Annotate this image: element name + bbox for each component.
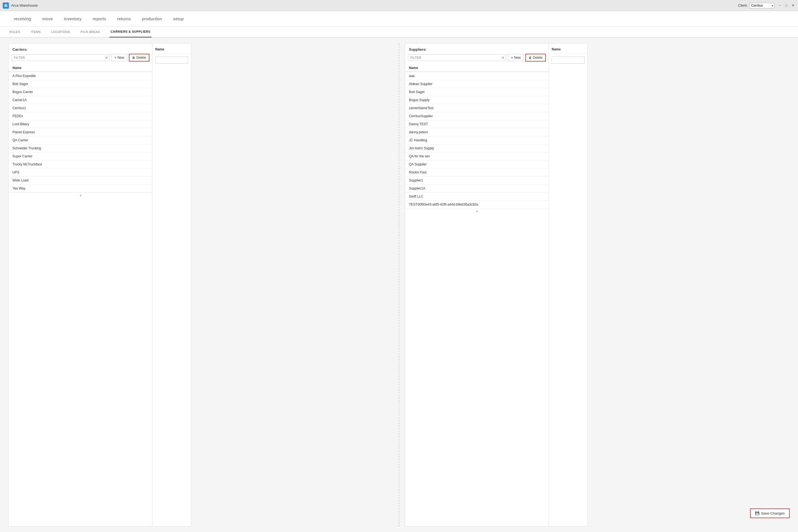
- suppliers-delete-label: Delete: [533, 56, 543, 60]
- suppliers-name-input[interactable]: [552, 57, 585, 64]
- sub-nav-carriers-suppliers[interactable]: CARRIERS & SUPPLIERS: [110, 26, 152, 37]
- carriers-new-button[interactable]: + New: [111, 54, 127, 61]
- carriers-delete-label: Delete: [136, 56, 146, 60]
- suppliers-filter-input[interactable]: [408, 54, 506, 61]
- minimize-button[interactable]: −: [778, 3, 782, 8]
- table-row[interactable]: FEDEx: [8, 112, 152, 120]
- table-row[interactable]: Rockin Fast: [405, 169, 549, 176]
- save-label: Save Changes: [761, 511, 785, 515]
- table-row[interactable]: QA for the win: [405, 152, 549, 160]
- suppliers-filter-wrapper: ✕: [408, 54, 506, 61]
- suppliers-delete-button[interactable]: 🗑 Delete: [525, 54, 546, 61]
- table-row[interactable]: Yes Way: [8, 185, 152, 193]
- carriers-name-panel-header: Name: [152, 43, 191, 54]
- table-row[interactable]: Cerritus1: [8, 104, 152, 112]
- carriers-section: Carriers: ✕ + New 🗑 Delete: [8, 43, 393, 527]
- sub-nav-pick-areas[interactable]: PICK AREAS: [79, 26, 101, 37]
- table-row[interactable]: Danny TEST: [405, 120, 549, 128]
- nav-item-production[interactable]: production: [136, 11, 168, 26]
- nav-item-returns[interactable]: returns: [112, 11, 136, 26]
- suppliers-scroll-down[interactable]: ▾: [405, 208, 549, 214]
- table-row[interactable]: Super Carrier: [8, 152, 152, 160]
- app-title: Arca Warehouse: [11, 3, 38, 7]
- suppliers-name-col-header: Name: [405, 64, 549, 72]
- suppliers-toolbar: ✕ + New 🗑 Delete: [405, 54, 549, 64]
- table-row[interactable]: JC Handling: [405, 136, 549, 144]
- table-row[interactable]: Supplier1: [405, 176, 549, 185]
- carriers-name-input[interactable]: [155, 57, 188, 64]
- client-label: Client:: [738, 4, 747, 7]
- suppliers-table: Name aaaAldean SupplierBob SagetBogus Su…: [405, 64, 549, 208]
- suppliers-name-panel: Name: [549, 43, 588, 527]
- table-row[interactable]: Swift LLC: [405, 193, 549, 201]
- carriers-filter-clear[interactable]: ✕: [105, 56, 108, 60]
- table-row[interactable]: CerritusSupplier: [405, 112, 549, 120]
- suppliers-list-scroll[interactable]: Name aaaAldean SupplierBob SagetBogus Su…: [405, 64, 549, 208]
- client-section: Client: Cerritus Other: [738, 3, 774, 8]
- save-bar: 💾 Save Changes: [750, 509, 790, 518]
- table-row[interactable]: Planet Express: [8, 128, 152, 136]
- client-select-wrapper[interactable]: Cerritus Other: [749, 3, 774, 8]
- sub-nav-items[interactable]: ITEMS: [30, 26, 42, 37]
- nav-item-inventory[interactable]: inventory: [58, 11, 87, 26]
- table-row[interactable]: Aldean Supplier: [405, 80, 549, 88]
- table-row[interactable]: QA Supplier: [405, 160, 549, 169]
- table-row[interactable]: Trucky McTruckface: [8, 160, 152, 169]
- carriers-scroll-down[interactable]: ▾: [8, 193, 152, 198]
- carriers-name-panel: Name: [152, 43, 191, 527]
- table-row[interactable]: Carrier1A: [8, 96, 152, 104]
- save-changes-button[interactable]: 💾 Save Changes: [750, 509, 790, 518]
- nav-item-receiving[interactable]: receiving: [8, 11, 37, 26]
- maximize-button[interactable]: □: [784, 3, 788, 8]
- suppliers-new-button[interactable]: + New: [508, 54, 524, 61]
- table-row[interactable]: Schneider Trucking: [8, 144, 152, 152]
- carriers-delete-button[interactable]: 🗑 Delete: [129, 54, 149, 61]
- table-row[interactable]: A Plus Expedite: [8, 72, 152, 80]
- table-row[interactable]: Bogus Carrier: [8, 88, 152, 96]
- close-button[interactable]: ✕: [791, 3, 795, 8]
- sub-nav: RULES ITEMS LOCATIONS PICK AREAS CARRIER…: [0, 26, 798, 38]
- sub-nav-rules[interactable]: RULES: [8, 26, 21, 37]
- carriers-header: Carriers:: [8, 43, 152, 54]
- table-row[interactable]: Wide Load: [8, 176, 152, 185]
- table-row[interactable]: danny.peters: [405, 128, 549, 136]
- title-bar-left: Arca Warehouse: [3, 2, 38, 8]
- suppliers-section: Suppliers: ✕ + New 🗑 Delete: [405, 43, 790, 527]
- sub-nav-locations[interactable]: LOCATIONS: [50, 26, 71, 37]
- table-row[interactable]: TEST00f93e43-abf5-42f6-a44d-b9eb36a3c92a: [405, 201, 549, 209]
- panel-divider: [399, 43, 399, 527]
- nav-item-setup[interactable]: setup: [168, 11, 189, 26]
- suppliers-filter-clear[interactable]: ✕: [501, 56, 505, 60]
- svg-rect-2: [4, 6, 7, 7]
- table-row[interactable]: aaa: [405, 72, 549, 80]
- carriers-name-col-header: Name: [8, 64, 152, 72]
- suppliers-list-panel: Suppliers: ✕ + New 🗑 Delete: [405, 43, 549, 527]
- nav-bar: receiving move inventory reports returns…: [0, 11, 798, 26]
- carriers-new-plus-icon: +: [114, 56, 116, 60]
- carriers-toolbar: ✕ + New 🗑 Delete: [8, 54, 152, 64]
- table-row[interactable]: Jim bob's Supply: [405, 144, 549, 152]
- table-row[interactable]: Lord Billary: [8, 120, 152, 128]
- svg-rect-1: [4, 5, 7, 6]
- nav-item-reports[interactable]: reports: [87, 11, 112, 26]
- table-row[interactable]: UPS: [8, 169, 152, 176]
- carriers-filter-wrapper: ✕: [11, 54, 110, 61]
- main-content: Carriers: ✕ + New 🗑 Delete: [0, 38, 798, 532]
- table-row[interactable]: carrierNameTest: [405, 104, 549, 112]
- svg-rect-0: [4, 5, 8, 7]
- table-row[interactable]: Bob Saget: [405, 88, 549, 96]
- table-row[interactable]: Supplier1A: [405, 185, 549, 193]
- carriers-filter-input[interactable]: [11, 54, 110, 61]
- table-row[interactable]: QA Carrier: [8, 136, 152, 144]
- suppliers-new-label: New: [514, 56, 521, 60]
- table-row[interactable]: Bob Sager: [8, 80, 152, 88]
- carriers-list-scroll[interactable]: Name A Plus ExpediteBob SagerBogus Carri…: [8, 64, 152, 193]
- carriers-delete-icon: 🗑: [132, 56, 135, 59]
- suppliers-delete-icon: 🗑: [529, 56, 532, 59]
- window-controls: − □ ✕: [778, 3, 795, 8]
- carriers-table: Name A Plus ExpediteBob SagerBogus Carri…: [8, 64, 152, 193]
- table-row[interactable]: Bogus Supply: [405, 96, 549, 104]
- nav-item-move[interactable]: move: [37, 11, 58, 26]
- client-select[interactable]: Cerritus Other: [749, 3, 774, 8]
- suppliers-name-panel-header: Name: [549, 43, 587, 54]
